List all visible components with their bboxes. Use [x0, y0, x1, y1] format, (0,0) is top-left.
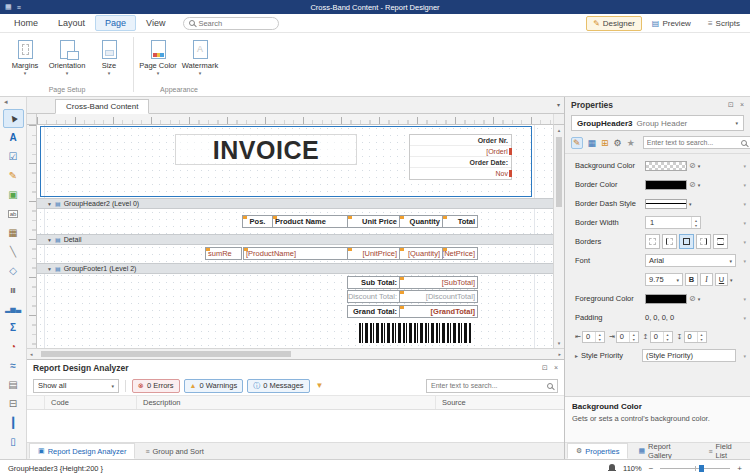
property-row-foreground-color[interactable]: Foreground Color ⊘ ▾ ▾ — [565, 289, 750, 308]
label-tool[interactable]: A — [3, 128, 24, 147]
no-color-icon[interactable]: ⊘ — [689, 180, 696, 189]
table-header-cell-pos[interactable]: Pos. — [242, 215, 273, 228]
band-strip-groupfooter1[interactable]: ▼ ▤ GroupFooter1 (Level 2) — [37, 263, 553, 274]
detail-cell-unit-price[interactable]: [UnitPrice] — [347, 247, 400, 260]
property-row-style-priority[interactable]: ▸ Style Priority (Style Priority) ▾ — [565, 346, 750, 365]
chevron-down-icon[interactable]: ▾ — [689, 201, 692, 207]
analyzer-filter-dropdown[interactable]: Show all ▾ — [33, 379, 119, 393]
errors-toggle-button[interactable]: ⊗ 0 Errors — [132, 379, 180, 393]
scroll-left-icon[interactable]: ◂ — [30, 351, 33, 357]
border-all-button[interactable] — [679, 234, 694, 249]
band-strip-groupheader2[interactable]: ▼ ▤ GroupHeader2 (Level 0) — [37, 198, 553, 209]
table-header-cell-product-name[interactable]: Product Name — [272, 215, 348, 228]
tab-properties[interactable]: ⚙ Properties — [567, 443, 628, 459]
data-category-icon[interactable]: ⊞ — [601, 138, 609, 148]
analyzer-result-grid[interactable] — [27, 410, 564, 442]
warnings-toggle-button[interactable]: ▲ 0 Warnings — [184, 379, 244, 393]
bold-button[interactable]: B — [685, 273, 698, 286]
property-row-border-width[interactable]: Border Width 1 ▴▾ ▾ — [565, 213, 750, 232]
zoom-slider[interactable] — [660, 464, 730, 473]
detail-cell-product-name[interactable]: [ProductName] — [243, 247, 348, 260]
underline-button[interactable]: U — [715, 273, 728, 286]
row-options-chevron-icon[interactable]: ▾ — [736, 239, 746, 245]
style-priority-value[interactable]: (Style Priority) — [642, 349, 736, 362]
line-tool[interactable]: ╲ — [3, 242, 24, 261]
row-options-chevron-icon[interactable]: ▾ — [736, 201, 746, 207]
sparkline-tool[interactable]: ≈ — [3, 356, 24, 375]
band-strip-detail[interactable]: ▼ ▤ Detail — [37, 234, 553, 245]
font-name-select[interactable]: Arial ▾ — [645, 254, 736, 267]
notifications-bell-icon[interactable] — [608, 464, 616, 472]
close-icon[interactable]: × — [740, 101, 744, 109]
zoom-slider-thumb[interactable] — [699, 465, 704, 472]
tab-home[interactable]: Home — [4, 15, 48, 31]
border-none-button[interactable] — [645, 234, 660, 249]
pin-icon[interactable]: ⊡ — [542, 364, 548, 372]
scroll-up-icon[interactable]: ▴ — [554, 127, 564, 133]
detail-cell-sum[interactable]: sumRe — [205, 247, 242, 260]
favorites-category-icon[interactable]: ★ — [627, 138, 635, 148]
detail-cell-net-price[interactable]: [NetPrice] — [442, 247, 478, 260]
background-color-swatch[interactable] — [645, 161, 687, 171]
scroll-down-icon[interactable]: ▾ — [554, 340, 564, 346]
order-nr-field[interactable]: [OrderI — [486, 148, 508, 155]
table-header-cell-unit-price[interactable]: Unit Price — [347, 215, 400, 228]
row-options-chevron-icon[interactable]: ▾ — [736, 315, 746, 321]
chevron-down-icon[interactable]: ▾ — [698, 182, 701, 188]
row-options-chevron-icon[interactable]: ▾ — [736, 258, 746, 264]
crossband-box-tool[interactable]: ▯ — [3, 432, 24, 451]
appearance-category-icon[interactable]: ✎ — [571, 137, 583, 149]
padding-top-spinner[interactable]: ↥ 0▴▾ — [643, 331, 673, 343]
border-color-swatch[interactable] — [645, 180, 687, 190]
barcode-tool[interactable]: ||| — [3, 280, 24, 299]
scroll-right-icon[interactable]: ▸ — [558, 351, 561, 357]
close-icon[interactable]: × — [554, 364, 558, 372]
font-size-select[interactable]: 9.75 ▾ — [645, 273, 683, 286]
subtotal-label-cell[interactable]: Sub Total: — [347, 276, 400, 289]
properties-search-box[interactable] — [643, 136, 750, 149]
designer-view-button[interactable]: ✎ Designer — [586, 16, 642, 31]
chevron-down-icon[interactable]: ▾ — [698, 163, 701, 169]
property-row-border-dash-style[interactable]: Border Dash Style ▾ ▾ — [565, 194, 750, 213]
border-width-spinner[interactable]: 1 ▴▾ — [645, 216, 701, 229]
tab-group-and-sort[interactable]: ≡ Group and Sort — [136, 443, 212, 459]
row-options-chevron-icon[interactable]: ▾ — [736, 163, 746, 169]
band-collapse-icon[interactable]: ▼ — [47, 201, 52, 207]
property-row-padding-editors[interactable]: ⇤ 0▴▾ ⇥ 0▴▾ ↥ 0▴▾ ↧ 0▴▾ — [565, 327, 750, 346]
padding-left-spinner[interactable]: ⇤ 0▴▾ — [575, 331, 605, 343]
code-column-header[interactable]: Code — [45, 396, 137, 409]
chevron-down-icon[interactable]: ▾ — [698, 296, 701, 302]
tab-page[interactable]: Page — [95, 15, 136, 31]
property-row-font[interactable]: Font Arial ▾ ▾ — [565, 251, 750, 270]
messages-toggle-button[interactable]: ⓘ 0 Messages — [247, 379, 309, 393]
checkbox-tool[interactable]: ☑ — [3, 147, 24, 166]
horizontal-scrollbar[interactable]: ◂ ▸ — [27, 348, 564, 359]
horizontal-scroll-thumb[interactable] — [41, 351, 291, 357]
analyzer-search-box[interactable] — [426, 379, 558, 393]
foreground-color-swatch[interactable] — [645, 294, 687, 304]
design-surface[interactable]: INVOICE Order Nr. [OrderI Order Date: No… — [37, 125, 553, 348]
spin-down-icon[interactable]: ▾ — [692, 223, 700, 228]
property-row-borders[interactable]: Borders ▾ — [565, 232, 750, 251]
zoom-in-button[interactable]: + — [737, 464, 742, 473]
row-options-chevron-icon[interactable]: ▾ — [736, 353, 746, 359]
pointer-tool[interactable]: ▶ — [3, 109, 24, 128]
tab-layout[interactable]: Layout — [48, 15, 95, 31]
table-header-cell-total[interactable]: Total — [442, 215, 478, 228]
border-right-button[interactable] — [696, 234, 711, 249]
margins-button[interactable]: Margins ▾ — [4, 35, 46, 75]
property-row-font-style[interactable]: 9.75 ▾ B I U ▾ — [565, 270, 750, 289]
border-topbottom-button[interactable] — [713, 234, 728, 249]
tab-report-design-analyzer[interactable]: ▣ Report Design Analyzer — [29, 443, 135, 459]
chevron-down-icon[interactable]: ▾ — [730, 277, 733, 283]
barcode-control[interactable] — [359, 323, 471, 343]
dash-style-swatch[interactable] — [645, 199, 687, 209]
row-options-chevron-icon[interactable]: ▾ — [736, 296, 746, 302]
size-button[interactable]: Size ▾ — [88, 35, 130, 75]
band-collapse-icon[interactable]: ▼ — [47, 266, 52, 272]
sum-tool[interactable]: Σ — [3, 318, 24, 337]
layout-category-icon[interactable]: ▦ — [588, 138, 597, 148]
crossband-line-tool[interactable]: ┃ — [3, 413, 24, 432]
tab-report-gallery[interactable]: ▦ Report Gallery — [629, 443, 698, 459]
pagebreak-tool[interactable]: ⊟ — [3, 394, 24, 413]
